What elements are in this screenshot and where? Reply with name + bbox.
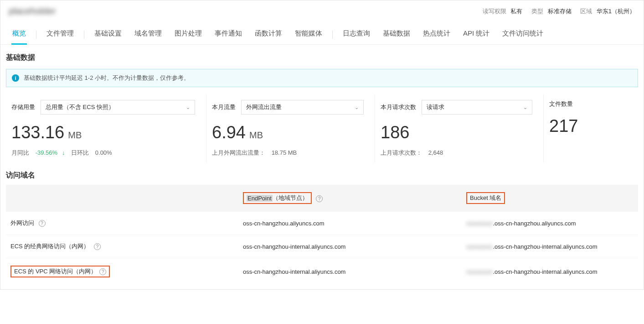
row-endpoint: oss-cn-hangzhou-internal.aliyuncs.com	[243, 268, 466, 275]
row-endpoint: oss-cn-hangzhou-internal.aliyuncs.com	[243, 243, 466, 250]
requests-prev-label: 上月请求次数：	[381, 149, 422, 156]
traffic-select[interactable]: 外网流出流量 ⌄	[241, 100, 364, 115]
tab-bar: 概览 文件管理 基础设置 域名管理 图片处理 事件通知 函数计算 智能媒体 日志…	[0, 18, 644, 45]
type-value: 标准存储	[548, 8, 572, 15]
bucket-meta: 读写权限 私有 类型 标准存储 区域 华东1（杭州）	[475, 7, 635, 16]
row-bucket: .oss-cn-hangzhou.aliyuncs.com	[493, 220, 576, 227]
region-label: 区域	[580, 8, 592, 15]
row-name-highlight: ECS 的 VPC 网络访问（内网） ?	[10, 266, 110, 277]
tab-files[interactable]: 文件管理	[40, 25, 80, 44]
bucket-header-highlight: Bucket 域名	[466, 192, 505, 204]
files-value: 217	[549, 116, 578, 136]
metric-traffic: 本月流量 外网流出流量 ⌄ 6.94 MB 上月外网流出流量： 18.75 MB	[206, 94, 375, 162]
traffic-value: 6.94	[212, 123, 246, 142]
page-header: placeholder 读写权限 私有 类型 标准存储 区域 华东1（杭州）	[0, 0, 644, 18]
bucket-domain-header: Bucket 域名	[470, 194, 501, 202]
tab-separator	[332, 31, 333, 39]
bucket-prefix-blur: xxxxxxxxx	[466, 220, 493, 227]
requests-select-text: 读请求	[427, 103, 444, 111]
tab-image[interactable]: 图片处理	[168, 25, 208, 44]
tab-hotspot[interactable]: 热点统计	[417, 25, 457, 44]
tab-separator	[36, 31, 36, 39]
traffic-select-text: 外网流出流量	[246, 103, 282, 111]
endpoint-header-suffix: （地域节点）	[273, 194, 308, 202]
endpoint-header-highlight: EndPoint（地域节点）	[243, 192, 312, 204]
domain-table: EndPoint（地域节点） ? Bucket 域名 外网访问 ? oss-cn…	[0, 185, 644, 285]
requests-select[interactable]: 读请求 ⌄	[422, 100, 532, 115]
chevron-down-icon: ⌄	[186, 105, 190, 110]
bucket-prefix-blur: xxxxxxxxx	[466, 268, 493, 275]
row-bucket: .oss-cn-hangzhou-internal.aliyuncs.com	[493, 268, 598, 275]
storage-mom-label: 月同比	[11, 149, 29, 156]
notice-text: 基础数据统计平均延迟 1-2 小时。不作为计量数据，仅作参考。	[24, 74, 190, 82]
storage-select-text: 总用量（不含 ECS 快照）	[46, 103, 114, 111]
traffic-prev-value: 18.75 MB	[272, 149, 297, 156]
row-name: ECS 的 VPC 网络访问（内网）	[14, 267, 97, 276]
section-title-domain: 访问域名	[0, 162, 644, 185]
tab-function[interactable]: 函数计算	[248, 25, 289, 44]
requests-value: 186	[381, 123, 409, 142]
metric-requests-label: 本月请求次数	[381, 103, 416, 111]
tab-log[interactable]: 日志查询	[336, 25, 376, 44]
tab-domain[interactable]: 域名管理	[128, 25, 168, 44]
storage-dod-label: 日环比	[71, 149, 89, 156]
bucket-name: placeholder	[9, 6, 56, 16]
arrow-down-icon: ↓	[62, 149, 65, 156]
tab-media[interactable]: 智能媒体	[289, 25, 329, 44]
metric-requests: 本月请求次数 读请求 ⌄ 186 上月请求次数： 2,648	[375, 94, 544, 162]
tab-api[interactable]: API 统计	[457, 25, 496, 44]
chevron-down-icon: ⌄	[355, 105, 359, 110]
storage-unit: MB	[68, 130, 82, 141]
tab-file-access[interactable]: 文件访问统计	[496, 25, 550, 44]
traffic-unit: MB	[249, 130, 263, 141]
row-name: ECS 的经典网络访问（内网）	[10, 243, 89, 250]
help-icon[interactable]: ?	[316, 195, 323, 202]
perm-label: 读写权限	[483, 8, 506, 15]
help-icon[interactable]: ?	[39, 220, 46, 227]
chevron-down-icon: ⌄	[523, 105, 527, 110]
tab-overview[interactable]: 概览	[6, 25, 32, 44]
tab-separator	[84, 31, 84, 39]
row-endpoint: oss-cn-hangzhou.aliyuncs.com	[243, 220, 466, 227]
metrics-row: 存储用量 总用量（不含 ECS 快照） ⌄ 133.16 MB 月同比 -39.…	[0, 91, 644, 162]
tab-basic-settings[interactable]: 基础设置	[88, 25, 128, 44]
row-name: 外网访问	[10, 219, 34, 226]
perm-value: 私有	[510, 8, 522, 15]
metric-traffic-label: 本月流量	[212, 103, 236, 111]
type-label: 类型	[531, 8, 543, 15]
metric-files-label: 文件数量	[549, 100, 573, 108]
table-row: ECS 的 VPC 网络访问（内网） ? oss-cn-hangzhou-int…	[6, 258, 638, 285]
tab-basic-data[interactable]: 基础数据	[376, 25, 417, 44]
bucket-prefix-blur: xxxxxxxxx	[466, 243, 493, 250]
table-row: 外网访问 ? oss-cn-hangzhou.aliyuncs.com xxxx…	[6, 211, 638, 235]
requests-prev-value: 2,648	[428, 149, 443, 156]
traffic-prev-label: 上月外网流出流量：	[212, 149, 265, 156]
info-icon: i	[12, 74, 19, 82]
metric-storage: 存储用量 总用量（不含 ECS 快照） ⌄ 133.16 MB 月同比 -39.…	[6, 94, 206, 162]
storage-mom-value: -39.56%	[36, 149, 57, 156]
table-row: ECS 的经典网络访问（内网） ? oss-cn-hangzhou-intern…	[6, 235, 638, 258]
storage-value: 133.16	[11, 123, 64, 142]
metric-files: 文件数量 217	[544, 94, 630, 162]
tab-event[interactable]: 事件通知	[208, 25, 248, 44]
domain-table-head: EndPoint（地域节点） ? Bucket 域名	[6, 185, 638, 211]
section-title-basic-data: 基础数据	[0, 45, 644, 67]
endpoint-header: EndPoint	[247, 195, 273, 202]
storage-dod-value: 0.00%	[95, 149, 112, 156]
help-icon[interactable]: ?	[94, 243, 101, 250]
metric-storage-label: 存储用量	[11, 103, 35, 111]
help-icon[interactable]: ?	[99, 268, 106, 275]
notice-bar: i 基础数据统计平均延迟 1-2 小时。不作为计量数据，仅作参考。	[6, 69, 638, 87]
storage-select[interactable]: 总用量（不含 ECS 快照） ⌄	[41, 100, 195, 115]
region-value: 华东1（杭州）	[597, 8, 635, 15]
row-bucket: .oss-cn-hangzhou-internal.aliyuncs.com	[493, 243, 598, 250]
